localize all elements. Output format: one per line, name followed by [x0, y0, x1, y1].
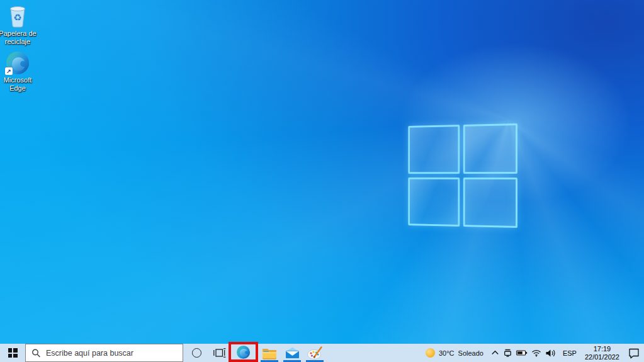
windows-logo-pane: [408, 178, 460, 227]
clock-date: 22/01/2022: [585, 353, 619, 361]
weather-condition: Soleado: [458, 349, 483, 357]
cortana-button[interactable]: [183, 344, 210, 362]
svg-text:♻: ♻: [13, 12, 21, 23]
wifi-icon: [531, 349, 541, 357]
shortcut-arrow-icon: ↗: [5, 67, 13, 75]
battery-icon: [516, 349, 528, 356]
desktop-icon-label: Microsoft Edge: [0, 76, 38, 93]
mail-button[interactable]: [281, 344, 303, 362]
task-view-icon: [213, 348, 226, 358]
device-icon: [503, 349, 512, 357]
windows-logo-pane: [408, 125, 460, 174]
battery-button[interactable]: [514, 344, 529, 362]
volume-icon: [545, 349, 556, 358]
file-explorer-button[interactable]: [258, 344, 281, 362]
paint3d-icon: [307, 346, 323, 360]
taskbar-search: [25, 344, 183, 362]
task-view-button[interactable]: [210, 344, 229, 362]
mail-icon: [285, 347, 300, 359]
tray-device-button[interactable]: [501, 344, 514, 362]
windows-logo-wallpaper: [408, 123, 517, 228]
weather-widget[interactable]: 30°C Soleado: [420, 344, 489, 362]
clock[interactable]: 17:19 22/01/2022: [581, 344, 623, 362]
windows-start-icon: [8, 348, 18, 358]
show-hidden-icons-button[interactable]: [489, 344, 501, 362]
language-indicator[interactable]: ESP: [558, 344, 581, 362]
desktop-icon-recycle-bin[interactable]: ♻ Papelera de reciclaje: [0, 4, 39, 46]
chevron-up-icon: [491, 350, 499, 356]
weather-temperature: 30°C: [439, 349, 455, 357]
clock-time: 17:19: [594, 345, 611, 353]
language-code: ESP: [563, 349, 577, 357]
wallpaper: [0, 0, 644, 362]
annotation-highlight-rectangle: [229, 342, 258, 362]
taskbar-empty-space: [326, 344, 420, 362]
windows-desktop: ♻ Papelera de reciclaje ↗ Microsoft Edge: [0, 0, 644, 362]
windows-logo-pane: [463, 178, 517, 228]
action-center-icon: [628, 348, 640, 359]
edge-icon: [237, 346, 250, 359]
windows-logo-pane: [463, 123, 517, 174]
recycle-bin-icon: ♻: [6, 4, 29, 28]
start-button[interactable]: [0, 344, 25, 362]
desktop-icon-label: Papelera de reciclaje: [0, 30, 38, 46]
cortana-icon: [192, 348, 201, 358]
paint3d-button[interactable]: [303, 344, 326, 362]
file-explorer-icon: [262, 347, 277, 359]
sun-icon: [426, 348, 435, 358]
desktop-icon-microsoft-edge[interactable]: ↗ Microsoft Edge: [0, 52, 39, 93]
action-center-button[interactable]: [623, 344, 644, 362]
taskbar: 30°C Soleado: [0, 344, 644, 362]
volume-button[interactable]: [543, 344, 558, 362]
edge-taskbar-button[interactable]: [237, 346, 250, 359]
wifi-button[interactable]: [529, 344, 543, 362]
search-input[interactable]: [25, 344, 183, 362]
